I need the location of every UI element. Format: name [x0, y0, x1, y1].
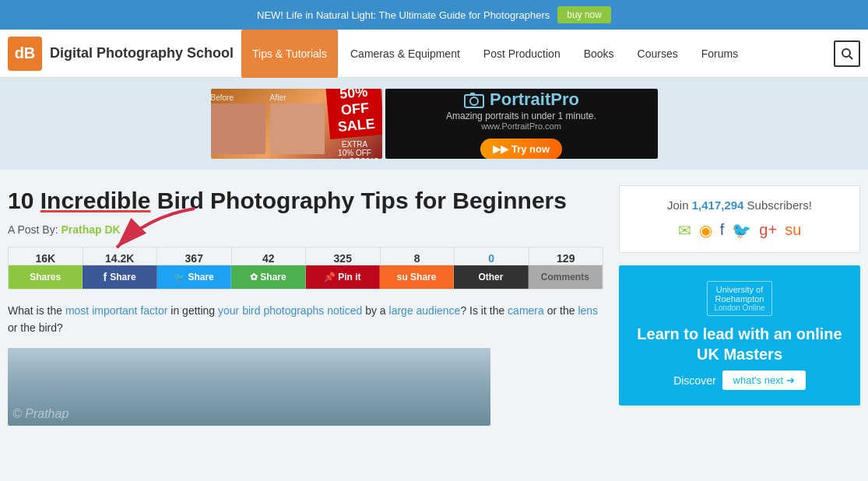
nav-item-courses[interactable]: Courses [627, 30, 689, 78]
ad-area: Before After 50% OFFSALE EXTRA10% OFFcod… [0, 78, 868, 170]
rss-icon[interactable]: ◉ [699, 221, 712, 240]
uni-logo-line3: London Online [714, 304, 764, 312]
search-icon [841, 47, 853, 60]
logo-block[interactable]: dB Digital Photography School [8, 37, 234, 71]
share-bar: 16K 14.2K 367 42 325 8 0 129 Shares f Sh… [8, 247, 603, 290]
sale-ad[interactable]: Before After 50% OFFSALE EXTRA10% OFFcod… [211, 89, 382, 159]
nav-item-forums[interactable]: Forums [691, 30, 749, 78]
share-stat-3: 42 [232, 248, 307, 265]
svg-point-0 [842, 49, 850, 57]
subscribe-box: Join 1,417,294 Subscribers! ✉ ◉ f 🐦 g+ s… [619, 185, 860, 253]
pinterest-pin-button[interactable]: 📌 Pin it [306, 265, 380, 289]
search-button[interactable] [834, 40, 860, 67]
shares-button[interactable]: Shares [9, 265, 83, 289]
whats-next-button[interactable]: what's next ➔ [722, 370, 806, 390]
social-icons-row: ✉ ◉ f 🐦 g+ su [632, 221, 847, 240]
site-logo-icon[interactable]: dB [8, 37, 42, 71]
facebook-icon[interactable]: f [720, 221, 725, 240]
share-stat-6: 0 [455, 248, 529, 265]
university-ad[interactable]: University of Roehampton London Online L… [619, 265, 860, 406]
navbar: dB Digital Photography School Tips & Tut… [0, 30, 868, 78]
facebook-share-button[interactable]: f Share [83, 265, 156, 289]
intro-link-4[interactable]: large audience [389, 304, 461, 317]
stumbleupon-share-button[interactable]: su Share [380, 265, 454, 289]
whats-next-text: what's next ➔ [733, 374, 795, 386]
uni-headline: Learn to lead with an online UK Masters [631, 324, 848, 364]
nav-item-post-production[interactable]: Post Production [473, 30, 571, 78]
subscribe-text: Join 1,417,294 Subscribers! [632, 198, 847, 212]
nav-item-tips--tutorials[interactable]: Tips & Tutorials [241, 30, 338, 78]
uni-logo-line2: Roehampton [714, 294, 764, 304]
comments-button[interactable]: Comments [529, 265, 603, 289]
uni-logo: University of Roehampton London Online [631, 281, 848, 316]
sale-tag: 50% OFFSALE [325, 89, 382, 139]
title-highlight: Incredible [40, 188, 151, 213]
nav-item-cameras--equipment[interactable]: Cameras & Equipment [339, 30, 471, 78]
share-stat-1: 14.2K [83, 248, 158, 265]
article-title: 10 Incredible Bird Photography Tips for … [8, 185, 603, 216]
post-by: A Post By: Prathap DK [8, 223, 603, 236]
main-wrapper: 10 Incredible Bird Photography Tips for … [0, 185, 868, 426]
uni-logo-line1: University of [714, 285, 764, 294]
title-part1: 10 [8, 188, 40, 213]
sidebar: Join 1,417,294 Subscribers! ✉ ◉ f 🐦 g+ s… [619, 185, 860, 426]
image-watermark: © Prathap [12, 407, 69, 421]
article-intro: What is the most important factor in get… [8, 302, 603, 337]
intro-link-3[interactable]: noticed [327, 304, 362, 317]
buy-now-button[interactable]: buy now [557, 6, 611, 23]
article-area: 10 Incredible Bird Photography Tips for … [8, 185, 603, 426]
share-stat-5: 8 [381, 248, 455, 265]
svg-line-1 [849, 56, 852, 59]
googleplus-share-button[interactable]: ✿ Share [231, 265, 305, 289]
svg-point-3 [470, 97, 478, 105]
site-title: Digital Photography School [50, 45, 234, 61]
banner-text: NEW! Life in Natural Light: The Ultimate… [257, 9, 550, 21]
top-banner: NEW! Life in Natural Light: The Ultimate… [0, 0, 868, 30]
svg-rect-4 [470, 93, 475, 96]
title-part2: Bird Photography Tips for Beginners [150, 188, 567, 213]
share-btn-row: Shares f Share 🐦 Share ✿ Share 📌 Pin it … [9, 265, 603, 289]
googleplus-icon[interactable]: g+ [759, 221, 777, 240]
bird-image: © Prathap [8, 348, 490, 426]
portrait-pro-ad[interactable]: PortraitPro Amazing portraits in under 1… [385, 89, 658, 159]
email-subscribe-icon[interactable]: ✉ [678, 221, 691, 240]
intro-link-2[interactable]: your bird photographs [218, 304, 324, 317]
discover-label: Discover [673, 374, 715, 387]
other-share-button[interactable]: Other [454, 265, 528, 289]
nav-item-books[interactable]: Books [573, 30, 625, 78]
share-stat-0: 16K [9, 248, 83, 265]
camera-icon [463, 89, 485, 111]
twitter-share-button[interactable]: 🐦 Share [157, 265, 231, 289]
stumbleupon-icon[interactable]: su [785, 221, 801, 240]
subscriber-count: 1,417,294 [692, 198, 744, 212]
nav-links: Tips & TutorialsCameras & EquipmentPost … [241, 30, 834, 77]
portrait-pro-title: PortraitPro [490, 90, 579, 110]
share-stat-4: 325 [306, 248, 381, 265]
author-prefix: A Post By: [8, 223, 61, 236]
twitter-icon[interactable]: 🐦 [732, 221, 751, 240]
discover-row: Discover what's next ➔ [631, 370, 848, 390]
author-link[interactable]: Prathap DK [61, 223, 120, 236]
intro-link-5[interactable]: camera [508, 304, 544, 317]
share-stat-2: 367 [157, 248, 232, 265]
share-stat-7: 129 [529, 248, 603, 265]
try-now-button[interactable]: ▶▶ Try now [480, 139, 562, 160]
portrait-pro-sub: Amazing portraits in under 1 minute. [446, 111, 596, 121]
intro-link-1[interactable]: most important factor [65, 304, 168, 317]
portrait-pro-url: www.PortraitPro.com [481, 121, 561, 131]
intro-link-6[interactable]: lens [578, 304, 598, 317]
